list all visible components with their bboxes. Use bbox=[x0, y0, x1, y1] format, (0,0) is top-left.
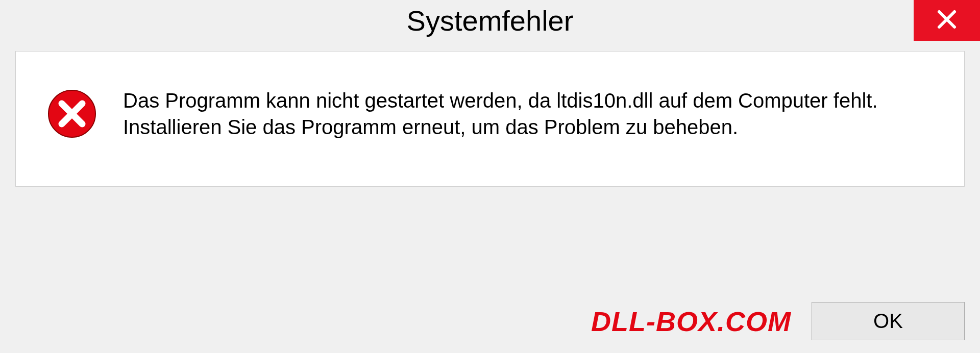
title-bar: Systemfehler bbox=[0, 0, 980, 41]
dialog-title: Systemfehler bbox=[407, 4, 574, 37]
dialog-footer: DLL-BOX.COM OK bbox=[0, 302, 980, 340]
close-button[interactable] bbox=[914, 0, 980, 41]
message-panel: Das Programm kann nicht gestartet werden… bbox=[15, 51, 965, 187]
error-dialog: Systemfehler Das Programm kann nicht ges… bbox=[0, 0, 980, 353]
error-message: Das Programm kann nicht gestartet werden… bbox=[123, 87, 934, 140]
error-icon bbox=[46, 88, 97, 139]
close-icon bbox=[937, 9, 957, 32]
watermark-text: DLL-BOX.COM bbox=[591, 306, 791, 337]
ok-button[interactable]: OK bbox=[812, 302, 965, 340]
